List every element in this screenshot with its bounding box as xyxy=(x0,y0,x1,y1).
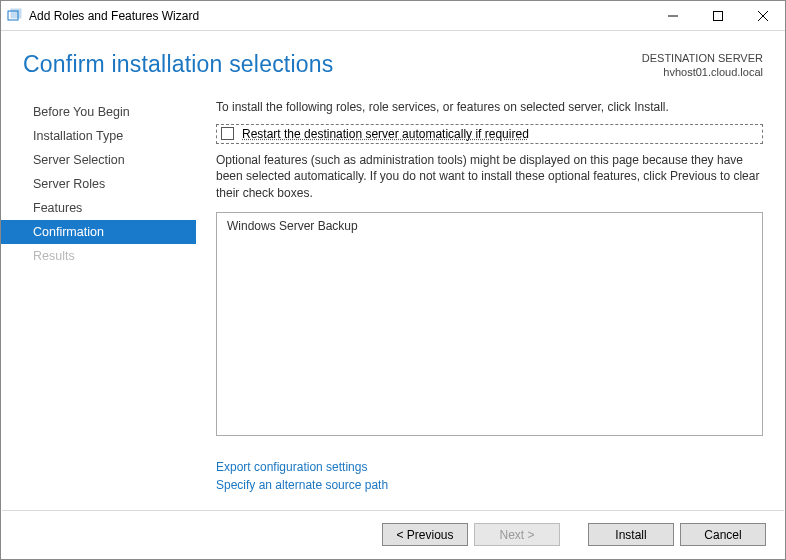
alternate-source-link[interactable]: Specify an alternate source path xyxy=(216,476,763,494)
header: Confirm installation selections DESTINAT… xyxy=(1,31,785,88)
app-icon xyxy=(7,8,23,24)
step-before-you-begin[interactable]: Before You Begin xyxy=(1,100,196,124)
window-controls xyxy=(650,1,785,30)
close-button[interactable] xyxy=(740,1,785,30)
svg-rect-3 xyxy=(713,11,722,20)
optional-features-text: Optional features (such as administratio… xyxy=(216,152,763,202)
step-server-selection[interactable]: Server Selection xyxy=(1,148,196,172)
step-installation-type[interactable]: Installation Type xyxy=(1,124,196,148)
wizard-sidebar: Before You Begin Installation Type Serve… xyxy=(1,92,196,494)
step-results: Results xyxy=(1,244,196,268)
svg-rect-1 xyxy=(11,9,21,18)
footer: < Previous Next > Install Cancel xyxy=(2,510,784,558)
content: To install the following roles, role ser… xyxy=(196,92,785,494)
links: Export configuration settings Specify an… xyxy=(216,458,763,494)
previous-button[interactable]: < Previous xyxy=(382,523,468,546)
export-config-link[interactable]: Export configuration settings xyxy=(216,458,763,476)
restart-checkbox[interactable] xyxy=(221,127,234,140)
page-title: Confirm installation selections xyxy=(23,51,333,78)
titlebar: Add Roles and Features Wizard xyxy=(1,1,785,31)
restart-checkbox-row[interactable]: Restart the destination server automatic… xyxy=(216,124,763,144)
step-confirmation[interactable]: Confirmation xyxy=(1,220,196,244)
restart-checkbox-label: Restart the destination server automatic… xyxy=(242,127,529,141)
list-item: Windows Server Backup xyxy=(227,219,752,233)
instruction-text: To install the following roles, role ser… xyxy=(216,100,763,114)
maximize-button[interactable] xyxy=(695,1,740,30)
minimize-button[interactable] xyxy=(650,1,695,30)
body: Before You Begin Installation Type Serve… xyxy=(1,88,785,494)
destination-server-value: hvhost01.cloud.local xyxy=(642,65,763,79)
destination-server: DESTINATION SERVER hvhost01.cloud.local xyxy=(642,51,763,80)
destination-server-label: DESTINATION SERVER xyxy=(642,51,763,65)
step-server-roles[interactable]: Server Roles xyxy=(1,172,196,196)
install-button[interactable]: Install xyxy=(588,523,674,546)
window-title: Add Roles and Features Wizard xyxy=(29,9,199,23)
selected-features-list: Windows Server Backup xyxy=(216,212,763,436)
step-features[interactable]: Features xyxy=(1,196,196,220)
next-button: Next > xyxy=(474,523,560,546)
cancel-button[interactable]: Cancel xyxy=(680,523,766,546)
